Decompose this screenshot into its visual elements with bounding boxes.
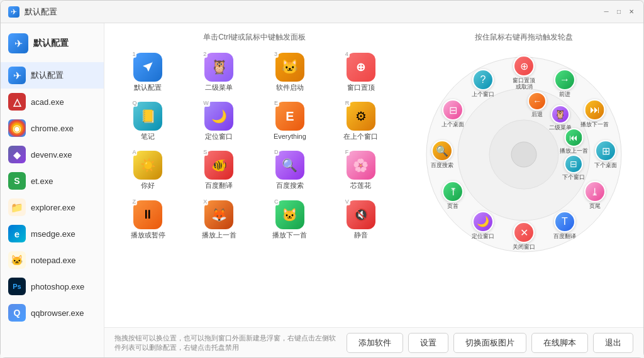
sidebar: ✈ 默认配置 ✈ 默认配置 △ acad.exe ◉ chrome.exe ◆ …: [1, 23, 104, 357]
wheel-label-14: 播放上一首: [560, 148, 588, 155]
wheel-label-15: 下个窗口: [562, 175, 585, 181]
grid-key-4: 4: [344, 50, 350, 58]
sidebar-icon-devenv: ◆: [8, 146, 26, 163]
close-button[interactable]: ✕: [627, 8, 636, 16]
wheel-item-14[interactable]: ⏮ 播放上一首: [560, 128, 588, 155]
grid-item-1[interactable]: 1 默认配置: [114, 50, 182, 94]
footer-btn-4[interactable]: 退出: [593, 333, 633, 353]
main-panel: 单击Ctrl键或鼠标中键触发面板 1 默认配置 2 🦉 二级菜单 3 🐱 软件启…: [104, 23, 643, 357]
wheel-item-11[interactable]: ? 上个窗口: [472, 69, 494, 98]
wheel-item-3[interactable]: ⊞ 下个桌面: [594, 140, 617, 169]
wheel-icon-6: ✕: [513, 222, 535, 243]
wheel-label-2: 播放下一首: [580, 122, 609, 128]
wheel-item-15[interactable]: ⊟ 下个窗口: [562, 155, 585, 181]
grid-key-Z: Z: [131, 198, 137, 205]
sidebar-item-qqbrowser[interactable]: Q qqbrowser.exe: [1, 300, 104, 326]
footer-btn-2[interactable]: 切换面板图片: [453, 333, 526, 353]
sidebar-item-chrome[interactable]: ◉ chrome.exe: [1, 115, 104, 141]
grid-icon-C: C 🐱: [275, 200, 304, 229]
grid-item-V[interactable]: V 🔇 静音: [327, 198, 394, 242]
grid-icon-W: W 🌙: [204, 102, 233, 131]
footer-btn-1[interactable]: 设置: [408, 333, 448, 353]
sidebar-item-msedge[interactable]: e msedge.exe: [1, 220, 104, 247]
wheel-item-5[interactable]: T 百度翻译: [553, 211, 576, 240]
wheel-item-13[interactable]: 🦉 二级菜单: [549, 105, 572, 131]
grid-icon-2: 2 🦉: [204, 53, 233, 82]
grid-item-W[interactable]: W 🌙 定位窗口: [186, 99, 253, 143]
wheel-item-8[interactable]: ⤒ 页首: [442, 181, 464, 210]
wheel-item-12[interactable]: ← 后退: [528, 92, 547, 118]
grid-item-4[interactable]: 4 ⊕ 窗口置顶: [327, 50, 394, 94]
wheel-label-12: 后退: [531, 112, 543, 118]
sidebar-item-notepad[interactable]: 🐱 notepad.exe: [1, 247, 104, 273]
sidebar-item-acad[interactable]: △ acad.exe: [1, 89, 104, 115]
grid-item-Q[interactable]: Q 📒 笔记: [114, 99, 182, 143]
wheel-icon-3: ⊞: [595, 140, 616, 161]
grid-label-F: 芯莲花: [350, 182, 371, 190]
sidebar-item-explorer[interactable]: 📁 explorer.exe: [1, 194, 104, 220]
footer-btn-0[interactable]: 添加软件: [347, 333, 403, 353]
wheel-icon-4: ⤓: [584, 181, 606, 202]
grid-item-C[interactable]: C 🐱 播放下一首: [257, 198, 324, 242]
sidebar-item-default[interactable]: ✈ 默认配置: [1, 62, 104, 89]
wheel-icon-15: ⊟: [564, 155, 583, 173]
grid-item-E[interactable]: E E Everything: [257, 99, 324, 143]
wheel-container: ⊕ 窗口置顶 或取消 → 前进 ⏭ 播放下一首 ⊞ 下个桌面 ⤓ 页尾 T 百度…: [417, 48, 631, 261]
wheel-icon-1: →: [554, 69, 575, 90]
footer-btn-3[interactable]: 在线脚本: [531, 333, 588, 353]
sidebar-icon-qqbrowser: Q: [8, 304, 26, 322]
wheel-item-9[interactable]: 🔍 百度搜索: [431, 140, 453, 169]
wheel-item-1[interactable]: → 前进: [554, 69, 575, 98]
sidebar-item-et[interactable]: S et.exe: [1, 168, 104, 194]
grid-item-2[interactable]: 2 🦉 二级菜单: [186, 50, 253, 94]
wheel-label-6: 关闭窗口: [513, 244, 535, 251]
wheel-section: 按住鼠标右键再拖动触发轮盘 ⊕: [404, 23, 643, 327]
wheel-label-9: 百度搜索: [431, 163, 453, 169]
wheel-item-10[interactable]: ⊟ 上个桌面: [441, 99, 464, 128]
sidebar-icon-default: ✈: [8, 67, 26, 84]
grid-key-V: V: [344, 198, 350, 205]
wheel-icon-14: ⏮: [564, 128, 583, 147]
maximize-button[interactable]: □: [614, 8, 623, 16]
grid-item-X[interactable]: X 🦊 播放上一首: [186, 198, 253, 242]
grid-icon-Z: Z ⏸: [133, 200, 162, 229]
window-title: 默认配置: [25, 6, 597, 18]
grid-item-F[interactable]: F 🌸 芯莲花: [327, 148, 394, 192]
sidebar-label-default: 默认配置: [31, 70, 64, 81]
wheel-item-4[interactable]: ⤓ 页尾: [584, 181, 606, 210]
minimize-button[interactable]: ─: [602, 8, 611, 16]
sidebar-icon-photoshop: Ps: [8, 278, 26, 295]
grid-key-A: A: [131, 148, 137, 156]
wheel-label-7: 定位窗口: [472, 234, 494, 240]
wheel-item-2[interactable]: ⏭ 播放下一首: [580, 99, 609, 128]
main-window: ✈ 默认配置 ─ □ ✕ ✈ 默认配置 ✈ 默认配置 △ acad.exe: [0, 0, 644, 358]
grid-item-S[interactable]: S 🐠 百度翻译: [186, 148, 253, 192]
sidebar-icon-notepad: 🐱: [8, 251, 26, 269]
grid-item-Z[interactable]: Z ⏸ 播放或暂停: [114, 198, 182, 242]
sidebar-item-photoshop[interactable]: Ps photoshop.exe: [1, 273, 104, 300]
grid-key-E: E: [273, 99, 279, 107]
grid-label-W: 定位窗口: [205, 133, 233, 141]
wheel-icon-9: 🔍: [431, 140, 453, 161]
wheel-label-3: 下个桌面: [594, 163, 617, 169]
grid-key-Q: Q: [131, 99, 138, 107]
wheel-item-0[interactable]: ⊕ 窗口置顶 或取消: [508, 55, 540, 90]
sidebar-item-devenv[interactable]: ◆ devenv.exe: [1, 141, 104, 168]
sidebar-label-explorer: explorer.exe: [31, 203, 75, 212]
grid-icon-F: F 🌸: [347, 151, 375, 180]
wheel-label-8: 页首: [447, 203, 458, 210]
sidebar-label-notepad: notepad.exe: [31, 256, 76, 265]
grid-label-2: 二级菜单: [205, 84, 233, 92]
sidebar-label-photoshop: photoshop.exe: [31, 282, 84, 291]
wheel-item-7[interactable]: 🌙 定位窗口: [472, 211, 494, 240]
grid-item-3[interactable]: 3 🐱 软件启动: [257, 50, 324, 94]
grid-item-D[interactable]: D 🔍 百度搜索: [257, 148, 324, 192]
sidebar-label-devenv: devenv.exe: [31, 150, 72, 160]
main-top-area: 单击Ctrl键或鼠标中键触发面板 1 默认配置 2 🦉 二级菜单 3 🐱 软件启…: [104, 23, 643, 327]
wheel-item-6[interactable]: ✕ 关闭窗口: [513, 222, 535, 251]
grid-item-R[interactable]: R ⚙ 在上个窗口: [327, 99, 394, 143]
grid-item-A[interactable]: A ☀️ 你好: [114, 148, 182, 192]
grid-label-D: 百度搜索: [276, 182, 304, 190]
wheel-label-4: 页尾: [589, 203, 601, 210]
grid-icon-A: A ☀️: [133, 151, 162, 180]
